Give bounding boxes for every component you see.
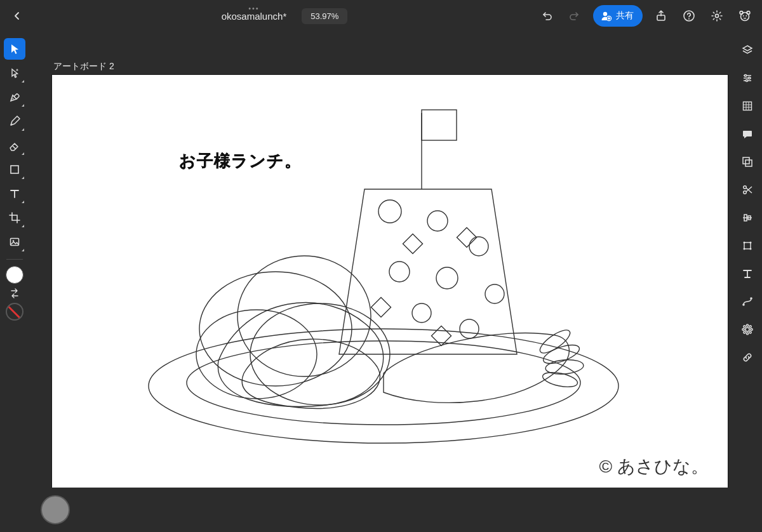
svg-point-31	[199, 272, 352, 386]
gear-flower-icon	[741, 323, 754, 336]
svg-rect-18	[422, 110, 457, 140]
combine-panel[interactable]	[738, 152, 757, 171]
effects-panel[interactable]	[738, 320, 757, 339]
precision-panel[interactable]	[738, 96, 757, 116]
left-toolbar	[0, 32, 29, 488]
properties-panel[interactable]	[738, 69, 757, 88]
svg-point-62	[749, 326, 751, 328]
svg-rect-49	[744, 243, 751, 249]
shape-tool[interactable]	[4, 159, 25, 180]
document-title-text: okosamalunch*	[222, 11, 287, 22]
svg-rect-43	[743, 157, 749, 164]
transform-panel[interactable]	[738, 236, 757, 255]
svg-point-55	[750, 297, 752, 300]
artwork	[52, 75, 728, 488]
artboard-label[interactable]: アートボード 2	[53, 61, 114, 72]
text-panel[interactable]	[738, 264, 757, 283]
svg-point-4	[688, 18, 690, 20]
svg-point-25	[412, 303, 431, 323]
svg-point-22	[389, 262, 410, 282]
eraser-tool[interactable]	[4, 135, 25, 156]
bear-button[interactable]	[735, 6, 754, 25]
svg-rect-13	[11, 239, 19, 246]
comment-panel[interactable]	[738, 124, 757, 143]
path-panel[interactable]	[738, 292, 757, 311]
comment-icon	[741, 128, 754, 140]
svg-point-33	[196, 310, 317, 399]
back-button[interactable]	[8, 6, 27, 25]
svg-point-51	[750, 242, 752, 244]
align-panel[interactable]	[738, 208, 757, 227]
svg-point-35	[537, 326, 573, 357]
scissors-icon	[741, 183, 754, 196]
path-icon	[741, 295, 754, 308]
svg-point-39	[744, 74, 746, 76]
svg-point-40	[748, 77, 750, 79]
svg-point-60	[751, 328, 752, 330]
type-tool[interactable]	[4, 183, 25, 204]
svg-point-11	[13, 98, 14, 100]
undo-button[interactable]	[537, 6, 556, 25]
selection-tool[interactable]	[4, 38, 25, 60]
link-icon	[741, 351, 754, 364]
help-button[interactable]	[679, 6, 698, 25]
canvas-area[interactable]: アートボード 2	[29, 32, 733, 488]
scissors-panel[interactable]	[738, 180, 757, 199]
svg-point-7	[740, 11, 743, 15]
pencil-icon	[8, 115, 21, 128]
export-button[interactable]	[652, 6, 671, 25]
document-title[interactable]: ••• okosamalunch*	[217, 8, 292, 24]
layers-panel[interactable]	[738, 41, 757, 60]
svg-rect-12	[11, 166, 18, 173]
zoom-level[interactable]: 53.97%	[302, 8, 347, 24]
svg-point-58	[746, 333, 748, 335]
svg-point-24	[485, 284, 504, 303]
stroke-color-swatch[interactable]	[6, 303, 23, 321]
svg-point-19	[378, 200, 401, 223]
pen-tool[interactable]	[4, 86, 25, 108]
redo-button[interactable]	[565, 6, 584, 25]
svg-point-63	[744, 331, 745, 333]
fill-color-swatch[interactable]	[6, 266, 23, 284]
color-puck[interactable]	[41, 495, 70, 524]
svg-point-61	[744, 326, 745, 328]
pen-icon	[8, 91, 21, 103]
place-image-tool[interactable]	[4, 231, 25, 253]
svg-point-20	[427, 211, 448, 231]
svg-point-21	[469, 237, 488, 256]
svg-point-5	[715, 14, 718, 17]
share-button[interactable]: 共有	[593, 5, 643, 27]
bottom-bar	[0, 488, 762, 532]
svg-rect-28	[457, 227, 476, 247]
image-icon	[8, 236, 21, 248]
svg-point-59	[742, 328, 744, 330]
svg-point-23	[436, 267, 458, 289]
svg-point-8	[747, 11, 750, 15]
toolbar-divider	[6, 259, 23, 260]
swap-fill-stroke[interactable]	[9, 286, 20, 300]
artboard[interactable]: お子様ランチ。 © あさひな。	[52, 75, 728, 488]
text-panel-icon	[741, 267, 754, 280]
zoom-level-text: 53.97%	[311, 11, 338, 21]
sparkle-cursor-icon	[8, 67, 21, 79]
link-panel[interactable]	[738, 348, 757, 367]
document-menu-dots-icon: •••	[248, 4, 260, 12]
svg-point-26	[460, 319, 479, 338]
svg-point-9	[743, 15, 744, 17]
sliders-icon	[741, 72, 754, 84]
eraser-icon	[8, 139, 21, 152]
cursor-icon	[8, 43, 21, 55]
transform-icon	[741, 239, 754, 252]
svg-point-57	[746, 324, 748, 326]
svg-point-54	[742, 303, 745, 306]
direct-selection-tool[interactable]	[4, 62, 25, 84]
pencil-tool[interactable]	[4, 110, 25, 132]
artboard-tool[interactable]	[4, 207, 25, 229]
share-button-label: 共有	[616, 10, 634, 22]
svg-rect-27	[403, 234, 422, 253]
artwork-title-text: お子様ランチ。	[179, 150, 302, 172]
svg-point-53	[750, 248, 752, 250]
svg-point-50	[744, 242, 745, 244]
svg-rect-29	[371, 297, 391, 317]
settings-button[interactable]	[707, 6, 726, 25]
